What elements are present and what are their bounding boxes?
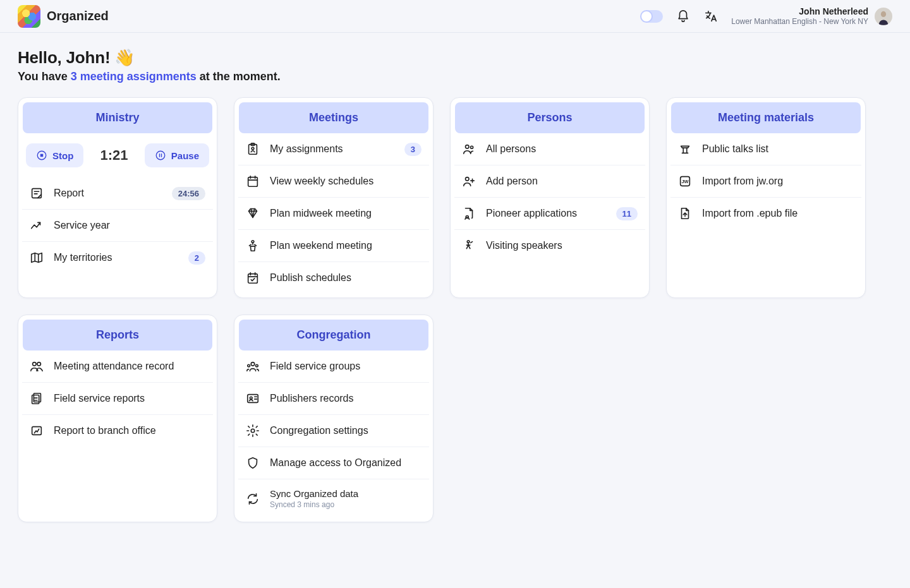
- gear-icon: [246, 424, 260, 438]
- greeting-prefix: You have: [18, 70, 71, 83]
- language-icon[interactable]: [703, 9, 719, 24]
- svg-rect-10: [248, 274, 258, 284]
- row-fs-reports[interactable]: Field service reports: [22, 383, 213, 415]
- row-my-territories[interactable]: My territories 2: [22, 242, 213, 273]
- row-visiting-speakers[interactable]: Visiting speakers: [454, 230, 645, 261]
- assignments-label: My assignments: [270, 143, 394, 155]
- territories-count-badge: 2: [188, 251, 205, 265]
- svg-point-7: [252, 147, 254, 150]
- row-import-epub[interactable]: Import from .epub file: [670, 198, 861, 229]
- svg-rect-26: [248, 395, 258, 403]
- card-materials-title: Meeting materials: [671, 102, 861, 133]
- fs-reports-label: Field service reports: [54, 393, 205, 404]
- greeting-subtitle: You have 3 meeting assignments at the mo…: [18, 70, 892, 83]
- row-fs-groups[interactable]: Field service groups: [238, 351, 429, 383]
- manage-access-label: Manage access to Organized: [270, 457, 422, 469]
- row-all-persons[interactable]: All persons: [454, 133, 645, 165]
- jw-icon: JW: [678, 174, 692, 188]
- podium-icon: [246, 239, 260, 253]
- person-add-icon: [462, 174, 476, 188]
- import-jw-label: Import from jw.org: [702, 176, 854, 187]
- clipboard-icon: [246, 142, 260, 156]
- territories-label: My territories: [54, 252, 178, 263]
- visiting-speakers-label: Visiting speakers: [486, 240, 638, 251]
- row-plan-midweek[interactable]: Plan midweek meeting: [238, 198, 429, 230]
- card-persons: Persons All persons Add person Pioneer a…: [450, 97, 650, 298]
- row-publish-schedules[interactable]: Publish schedules: [238, 262, 429, 294]
- publish-label: Publish schedules: [270, 272, 422, 284]
- report-icon: [30, 186, 44, 200]
- sync-icon: [246, 492, 260, 506]
- stop-label: Stop: [52, 150, 73, 161]
- fs-groups-label: Field service groups: [270, 361, 422, 372]
- report-time-badge: 24:56: [172, 187, 205, 200]
- row-manage-access[interactable]: Manage access to Organized: [238, 447, 429, 479]
- row-import-jw[interactable]: JW Import from jw.org: [670, 165, 861, 198]
- file-upload-icon: [678, 207, 692, 220]
- groups-icon: [246, 359, 260, 373]
- row-branch-report[interactable]: Report to branch office: [22, 415, 213, 447]
- row-view-weekly[interactable]: View weekly schedules: [238, 165, 429, 198]
- row-my-assignments[interactable]: My assignments 3: [238, 133, 429, 165]
- map-icon: [30, 251, 44, 265]
- speaker-icon: [462, 239, 476, 253]
- lectern-icon: [678, 142, 692, 156]
- svg-text:JW: JW: [682, 179, 689, 184]
- attendance-label: Meeting attendance record: [54, 361, 205, 372]
- row-public-talks[interactable]: Public talks list: [670, 133, 861, 165]
- svg-rect-2: [40, 154, 44, 157]
- svg-point-13: [466, 177, 470, 181]
- stop-button[interactable]: Stop: [26, 143, 83, 167]
- card-materials: Meeting materials Public talks list JW I…: [666, 97, 866, 298]
- card-reports-title: Reports: [23, 320, 212, 351]
- stop-icon: [36, 150, 47, 161]
- card-ministry: Ministry Stop 1:21 Pause Report: [18, 97, 217, 298]
- row-pub-records[interactable]: Publishers records: [238, 383, 429, 415]
- calendar-check-icon: [246, 271, 260, 285]
- assignments-count-badge: 3: [404, 143, 422, 156]
- card-ministry-title: Ministry: [23, 102, 212, 133]
- row-add-person[interactable]: Add person: [454, 165, 645, 198]
- user-block[interactable]: John Netherleed Lower Manhattan English …: [731, 6, 892, 26]
- user-name: John Netherleed: [731, 6, 868, 17]
- app-logo-icon: [18, 5, 40, 28]
- row-attendance[interactable]: Meeting attendance record: [22, 351, 213, 383]
- trend-icon: [30, 219, 44, 232]
- logo-block[interactable]: Organized: [18, 5, 109, 28]
- sync-label: Sync Organized data: [270, 488, 422, 499]
- svg-point-0: [881, 11, 886, 16]
- card-congregation: Congregation Field service groups Publis…: [234, 315, 434, 522]
- all-persons-label: All persons: [486, 143, 638, 155]
- assignments-link[interactable]: 3 meeting assignments: [71, 70, 197, 83]
- cong-settings-label: Congregation settings: [270, 425, 422, 436]
- branch-report-label: Report to branch office: [54, 425, 205, 436]
- row-pioneer-apps[interactable]: Pioneer applications 11: [454, 198, 645, 230]
- header: Organized John Netherleed Lower Manhatta…: [0, 0, 910, 33]
- row-report[interactable]: Report 24:56: [22, 177, 213, 210]
- row-sync-data[interactable]: Sync Organized data Synced 3 mins ago: [238, 479, 429, 518]
- people-icon: [462, 142, 476, 156]
- card-meetings-title: Meetings: [239, 102, 428, 133]
- files-icon: [30, 392, 44, 405]
- row-service-year[interactable]: Service year: [22, 210, 213, 242]
- greeting-title: Hello, John! 👋: [18, 48, 892, 68]
- id-card-icon: [246, 392, 260, 405]
- pause-label: Pause: [171, 150, 199, 161]
- svg-point-11: [466, 145, 470, 149]
- card-congregation-title: Congregation: [239, 320, 428, 351]
- pub-records-label: Publishers records: [270, 393, 422, 404]
- svg-point-24: [248, 364, 250, 367]
- app-name: Organized: [47, 9, 109, 23]
- theme-toggle[interactable]: [640, 10, 663, 23]
- svg-point-18: [33, 363, 37, 366]
- row-plan-weekend[interactable]: Plan weekend meeting: [238, 230, 429, 262]
- row-cong-settings[interactable]: Congregation settings: [238, 415, 429, 447]
- notifications-icon[interactable]: [676, 9, 691, 24]
- pioneer-count-badge: 11: [616, 207, 638, 220]
- report-label: Report: [54, 188, 162, 199]
- svg-point-27: [250, 397, 252, 399]
- sync-sublabel: Synced 3 mins ago: [270, 500, 422, 509]
- pause-button[interactable]: Pause: [145, 143, 209, 167]
- public-talks-label: Public talks list: [702, 143, 854, 155]
- plan-weekend-label: Plan weekend meeting: [270, 240, 422, 251]
